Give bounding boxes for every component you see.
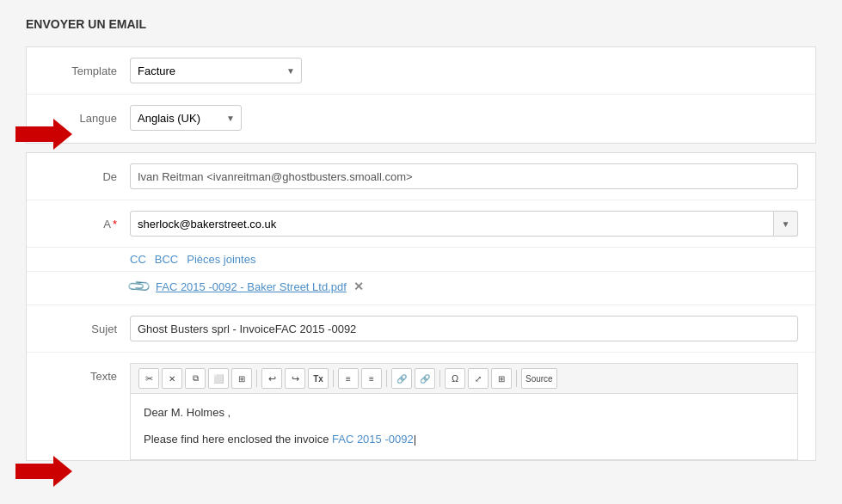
toolbar-sep-1 xyxy=(256,370,257,387)
a-input-col: ▼ xyxy=(130,211,798,237)
de-input[interactable] xyxy=(130,163,798,189)
toolbar-source[interactable]: Source xyxy=(521,368,557,389)
toolbar-unlink[interactable]: 🔗 xyxy=(415,368,435,389)
texte-arrow-indicator xyxy=(15,456,72,487)
toolbar-sep-4 xyxy=(439,370,440,387)
toolbar-paste[interactable]: ⬜ xyxy=(208,368,229,389)
sujet-input[interactable] xyxy=(130,316,798,341)
editor-cursor: | xyxy=(414,433,416,446)
toolbar-cut[interactable]: ✂ xyxy=(138,368,159,389)
toolbar-paste-word[interactable]: ⊞ xyxy=(231,368,252,389)
toolbar-undo[interactable]: ↩ xyxy=(261,368,282,389)
toolbar-copy[interactable]: ⧉ xyxy=(185,368,206,389)
email-form-section: De A* ▼ CC BCC Pièces jointes 📎 FAC 2015… xyxy=(26,152,816,461)
a-row: A* ▼ xyxy=(27,200,815,248)
editor-toolbar: ✂ ✕ ⧉ ⬜ ⊞ ↩ ↪ Tx ≡ ≡ 🔗 🔗 Ω xyxy=(130,363,798,394)
toolbar-special-char[interactable]: Ω xyxy=(445,368,465,389)
pieces-jointes-link[interactable]: Pièces jointes xyxy=(187,253,255,266)
toolbar-sep-3 xyxy=(386,370,387,387)
toolbar-link[interactable]: 🔗 xyxy=(391,368,412,389)
a-dropdown-button[interactable]: ▼ xyxy=(774,211,798,237)
langue-select-wrapper[interactable]: Anglais (UK) xyxy=(130,105,242,131)
toolbar-clear[interactable]: ✕ xyxy=(162,368,182,389)
template-row: Template Facture xyxy=(27,47,815,95)
toolbar-align-left[interactable]: ≡ xyxy=(338,368,359,389)
cc-bcc-links-row: CC BCC Pièces jointes xyxy=(27,248,815,272)
langue-row: Langue Anglais (UK) xyxy=(27,95,815,143)
sujet-label: Sujet xyxy=(44,323,130,335)
editor-line2-pre: Please find here enclosed the invoice xyxy=(144,433,332,446)
cc-link[interactable]: CC xyxy=(130,253,146,266)
toolbar-sep-5 xyxy=(516,370,517,387)
toolbar-sep-2 xyxy=(333,370,334,387)
template-langue-section: Template Facture Langue Anglais (UK) xyxy=(26,46,816,144)
toolbar-blocks[interactable]: ⊞ xyxy=(491,368,512,389)
toolbar-maximize[interactable]: ⤢ xyxy=(468,368,489,389)
editor-line2-link: FAC 2015 -0092 xyxy=(332,433,414,446)
sujet-row: Sujet xyxy=(27,305,815,353)
template-select-wrapper[interactable]: Facture xyxy=(130,58,302,83)
langue-select[interactable]: Anglais (UK) xyxy=(130,105,242,131)
toolbar-redo[interactable]: ↪ xyxy=(285,368,305,389)
editor-spacer xyxy=(144,422,784,431)
texte-row: Texte ✂ ✕ ⧉ ⬜ ⊞ ↩ ↪ Tx ≡ ≡ 🔗 xyxy=(27,353,815,460)
toolbar-format[interactable]: Tx xyxy=(308,368,329,389)
bcc-link[interactable]: BCC xyxy=(155,253,178,266)
a-required: * xyxy=(113,218,117,230)
paperclip-icon: 📎 xyxy=(126,273,152,299)
attachment-link[interactable]: FAC 2015 -0092 - Baker Street Ltd.pdf xyxy=(156,280,347,293)
sujet-input-col xyxy=(130,316,798,341)
editor-content-area[interactable]: Dear M. Holmes , Please find here enclos… xyxy=(130,394,798,460)
toolbar-align-right[interactable]: ≡ xyxy=(361,368,382,389)
langue-label: Langue xyxy=(44,112,130,125)
de-row: De xyxy=(27,153,815,200)
template-label: Template xyxy=(44,65,130,77)
texte-editor-col: ✂ ✕ ⧉ ⬜ ⊞ ↩ ↪ Tx ≡ ≡ 🔗 🔗 Ω xyxy=(130,363,798,460)
editor-line-1: Dear M. Holmes , xyxy=(144,404,784,422)
langue-input-col: Anglais (UK) xyxy=(130,105,798,131)
texte-label: Texte xyxy=(44,363,130,383)
a-label: A* xyxy=(44,218,130,230)
remove-attachment-button[interactable]: ✕ xyxy=(353,280,364,293)
attachment-row: 📎 FAC 2015 -0092 - Baker Street Ltd.pdf … xyxy=(27,272,815,305)
editor-line-2: Please find here enclosed the invoice FA… xyxy=(144,431,784,449)
template-input-col: Facture xyxy=(130,58,798,83)
a-input[interactable] xyxy=(130,211,774,237)
template-select[interactable]: Facture xyxy=(130,58,302,83)
page-title: ENVOYER UN EMAIL xyxy=(26,17,816,31)
de-label: De xyxy=(44,170,130,183)
de-input-col xyxy=(130,163,798,189)
